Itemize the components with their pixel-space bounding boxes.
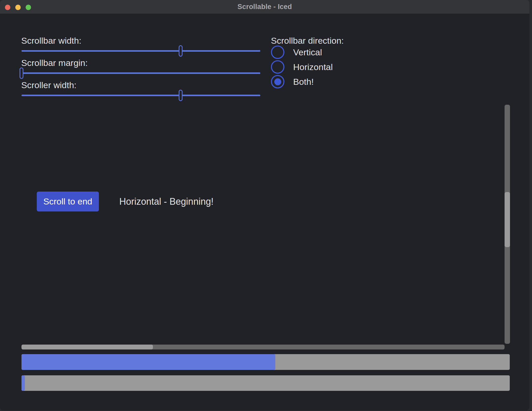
radio-label: Both! xyxy=(293,77,314,87)
radio-option-horizontal[interactable]: Horizontal xyxy=(271,60,333,74)
scroller-width-label: Scroller width: xyxy=(21,80,77,90)
slider-track[interactable] xyxy=(21,95,260,96)
horizontal-scrollbar[interactable] xyxy=(21,345,505,349)
slider-handle[interactable] xyxy=(179,90,182,101)
window-title: Scrollable - Iced xyxy=(0,0,529,14)
scrollbar-width-label: Scrollbar width: xyxy=(21,35,81,46)
vertical-scrollbar-thumb[interactable] xyxy=(505,192,510,247)
titlebar: Scrollable - Iced xyxy=(0,0,529,14)
horizontal-scrollbar-thumb[interactable] xyxy=(21,345,153,349)
scroller-width-slider[interactable] xyxy=(21,90,260,101)
slider-handle[interactable] xyxy=(179,45,182,57)
progress-fill xyxy=(21,375,25,391)
horizontal-progress-bar xyxy=(21,354,510,370)
radio-label: Horizontal xyxy=(293,62,333,72)
radio-label: Vertical xyxy=(293,47,322,57)
scrollbar-direction-label: Scrollbar direction: xyxy=(271,35,344,46)
scrollbar-margin-label: Scrollbar margin: xyxy=(21,58,88,68)
vertical-progress-bar xyxy=(21,375,510,391)
slider-handle[interactable] xyxy=(20,67,24,79)
app-window: Scrollable - Iced Scrollbar width: Scrol… xyxy=(0,0,529,410)
radio-option-both[interactable]: Both! xyxy=(271,75,314,88)
radio-option-vertical[interactable]: Vertical xyxy=(271,45,322,59)
slider-track[interactable] xyxy=(21,50,260,52)
progress-fill xyxy=(21,354,275,370)
scroll-status-text: Horizontal - Beginning! xyxy=(119,192,213,211)
radio-icon[interactable] xyxy=(271,60,284,74)
slider-track[interactable] xyxy=(21,72,260,74)
scrollbar-margin-slider[interactable] xyxy=(21,67,260,79)
radio-icon[interactable] xyxy=(271,75,284,88)
scroll-to-end-button[interactable]: Scroll to end xyxy=(37,192,99,211)
radio-icon[interactable] xyxy=(271,45,284,59)
scrollbar-width-slider[interactable] xyxy=(21,45,260,57)
vertical-scrollbar[interactable] xyxy=(505,105,510,344)
